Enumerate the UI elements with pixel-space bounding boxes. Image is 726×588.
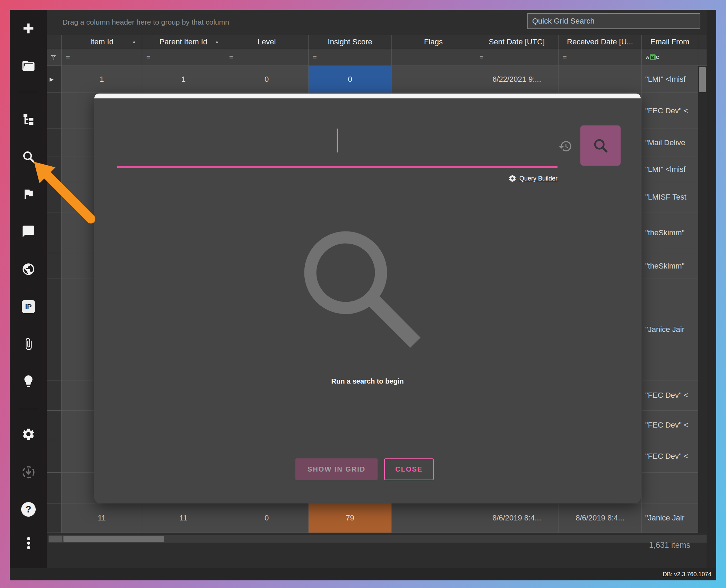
row-handle-cell: [47, 129, 62, 157]
column-label: Flags: [424, 37, 443, 46]
row-handle-cell: [47, 157, 62, 182]
column-label: Sent Date [UTC]: [489, 37, 545, 46]
help-icon[interactable]: ?: [21, 502, 36, 517]
cell-email_from: "theSkimm": [642, 212, 698, 253]
horizontal-scrollbar[interactable]: [49, 535, 707, 543]
filter-cell[interactable]: =: [309, 49, 392, 65]
search-dialog: Query Builder Run a search to begin SHOW…: [94, 94, 641, 503]
quick-grid-search-input[interactable]: [527, 13, 700, 29]
run-search-button[interactable]: [580, 125, 621, 166]
table-row[interactable]: 11110798/6/2019 8:4...8/6/2019 8:4..."Ja…: [47, 503, 707, 533]
horizontal-scrollbar-thumb[interactable]: [63, 536, 164, 542]
filter-cell[interactable]: =: [142, 49, 225, 65]
cell-received_date: 8/6/2019 8:4...: [559, 503, 642, 533]
row-handle-cell: [47, 182, 62, 212]
attachment-icon[interactable]: [21, 337, 36, 351]
row-expander-icon[interactable]: ▶: [50, 76, 54, 82]
cell-email_from: "LMI" <lmisf: [642, 157, 698, 182]
search-dialog-body: Query Builder Run a search to begin SHOW…: [94, 98, 641, 503]
magnifier-icon: [591, 137, 610, 155]
header-cell[interactable]: Parent Item Id▲: [142, 35, 225, 49]
cell-insight_score: 79: [309, 503, 392, 533]
cell-flags: [392, 503, 475, 533]
header-cell[interactable]: Level: [225, 35, 309, 49]
column-label: Item Id: [90, 37, 113, 46]
row-handle-cell: [47, 411, 62, 440]
grid-toolbar: Drag a column header here to group by th…: [47, 10, 716, 35]
export-download-icon[interactable]: [21, 465, 36, 480]
ip-badge: IP: [22, 300, 35, 313]
filter-cell[interactable]: =: [225, 49, 309, 65]
row-handle-cell: [47, 473, 62, 503]
row-handle-cell: [47, 253, 62, 279]
cell-email_from: [642, 473, 698, 503]
more-options-icon[interactable]: [21, 535, 36, 550]
flag-icon[interactable]: [21, 187, 36, 201]
cell-received_date: [559, 66, 642, 93]
group-by-hint: Drag a column header here to group by th…: [62, 10, 229, 35]
gear-icon: [508, 174, 517, 183]
column-label: Received Date [U...: [567, 37, 633, 46]
header-cell[interactable]: Sent Date [UTC]: [475, 35, 559, 49]
table-row[interactable]: ▶11006/22/2021 9:..."LMI" <lmisf: [47, 66, 707, 93]
cell-sent_date: 6/22/2021 9:...: [475, 66, 559, 93]
column-label: Email From: [650, 37, 689, 46]
sort-asc-icon[interactable]: ▲: [215, 39, 219, 44]
row-handle-cell: [47, 503, 62, 533]
sidebar: IP ?: [10, 10, 47, 568]
column-label: Insight Score: [328, 37, 372, 46]
header-cell[interactable]: Email From: [642, 35, 698, 49]
cell-insight_score: 0: [309, 66, 392, 93]
vertical-scrollbar-thumb[interactable]: [699, 67, 706, 92]
header-cell[interactable]: Insight Score: [309, 35, 392, 49]
header-cell[interactable]: Item Id▲: [62, 35, 142, 49]
equals-operator: =: [66, 53, 70, 61]
ip-address-icon[interactable]: IP: [21, 299, 36, 314]
cell-email_from: "FEC Dev" <: [642, 440, 698, 472]
close-button[interactable]: CLOSE: [384, 458, 434, 480]
sort-asc-icon[interactable]: ▲: [132, 39, 136, 44]
query-builder-link[interactable]: Query Builder: [508, 173, 558, 184]
dialog-button-row: SHOW IN GRID CLOSE: [94, 458, 641, 480]
header-cell[interactable]: Received Date [U...: [559, 35, 642, 49]
filter-cell[interactable]: =: [475, 49, 559, 65]
folder-icon[interactable]: [21, 59, 36, 73]
equals-operator: =: [563, 53, 567, 61]
cell-flags: [392, 66, 475, 93]
desktop-gradient-background: Drag a column header here to group by th…: [0, 0, 726, 588]
show-in-grid-button[interactable]: SHOW IN GRID: [295, 458, 378, 480]
empty-state-message: Run a search to begin: [94, 377, 641, 385]
vertical-scrollbar[interactable]: [698, 66, 707, 533]
hierarchy-icon[interactable]: [21, 112, 36, 127]
query-builder-label: Query Builder: [519, 175, 558, 182]
equals-operator: =: [479, 53, 484, 61]
row-handle-cell: [47, 93, 62, 129]
filter-cell[interactable]: ABC: [642, 49, 698, 65]
lightbulb-icon[interactable]: [21, 374, 36, 388]
search-history-icon[interactable]: [559, 139, 572, 153]
globe-icon[interactable]: [21, 262, 36, 277]
cell-email_from: "Janice Jair: [642, 503, 698, 533]
header-cell-handle: [47, 35, 62, 49]
filter-row: ======ABC: [47, 49, 707, 66]
scrollbar-corner-button[interactable]: [49, 536, 62, 542]
search-dialog-top-strip: [94, 94, 641, 98]
settings-gear-icon[interactable]: [21, 427, 36, 441]
filter-cell[interactable]: =: [559, 49, 642, 65]
cell-email_from: "FEC Dev" <: [642, 93, 698, 129]
row-handle-cell: ▶: [47, 66, 62, 93]
cell-sent_date: 8/6/2019 8:4...: [475, 503, 559, 533]
cell-parent_item_id: 11: [142, 503, 225, 533]
question-mark-badge: ?: [21, 502, 36, 517]
add-icon[interactable]: [21, 21, 36, 36]
funnel-icon: [50, 54, 57, 61]
filter-funnel-cell[interactable]: [47, 49, 62, 65]
comment-icon[interactable]: [21, 224, 36, 239]
cell-level: 0: [225, 503, 309, 533]
filter-cell[interactable]: [392, 49, 475, 65]
search-watermark-icon: [290, 217, 436, 363]
header-cell[interactable]: Flags: [392, 35, 475, 49]
search-icon[interactable]: [21, 149, 36, 164]
grid-right-gutter: [707, 10, 716, 568]
filter-cell[interactable]: =: [62, 49, 142, 65]
